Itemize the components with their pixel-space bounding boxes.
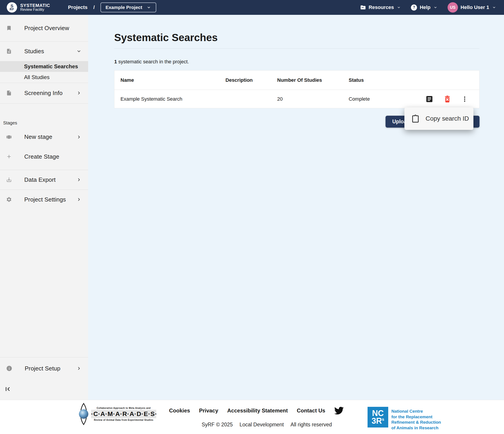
chevron-right-icon bbox=[76, 90, 82, 96]
sidebar-item-label: Create Stage bbox=[24, 153, 59, 160]
avatar: US bbox=[448, 2, 458, 13]
nc3rs-box-line1: NC bbox=[372, 409, 384, 417]
camarades-logo[interactable]: Collaborative Approach to Meta Analysis … bbox=[78, 403, 156, 425]
column-header-status: Status bbox=[349, 77, 400, 83]
syrf-logo-icon: S RF bbox=[7, 2, 17, 13]
chevron-down-icon bbox=[492, 5, 496, 10]
contact-us-link[interactable]: Contact Us bbox=[297, 408, 325, 414]
sidebar-item-create-stage[interactable]: Create Stage bbox=[0, 148, 88, 165]
column-header-name: Name bbox=[120, 77, 225, 83]
chevron-right-icon bbox=[76, 134, 82, 140]
chevron-right-icon bbox=[76, 365, 82, 371]
sidebar-item-label: Project Overview bbox=[24, 25, 69, 32]
top-navigation-bar: S RF SYSTEMATIC Review Facility Projects… bbox=[0, 0, 504, 15]
nc3rs-box-line2: 3Rs bbox=[372, 417, 384, 425]
delete-x-icon bbox=[443, 95, 451, 103]
user-menu[interactable]: US Hello User 1 bbox=[448, 2, 496, 13]
nc3rs-logo[interactable]: NC 3Rs National Centre for the Replaceme… bbox=[368, 407, 441, 431]
sidebar-item-studies[interactable]: Studies bbox=[0, 41, 88, 61]
resources-menu[interactable]: Resources bbox=[360, 4, 401, 10]
chevron-down-icon bbox=[396, 5, 401, 10]
help-icon: ? bbox=[411, 4, 417, 10]
breadcrumb-projects-link[interactable]: Projects bbox=[68, 4, 88, 10]
privacy-link[interactable]: Privacy bbox=[199, 408, 218, 414]
chevron-down-icon bbox=[146, 5, 151, 10]
table-header-row: Name Description Number Of Studies Statu… bbox=[114, 70, 479, 90]
footer: Collaborative Approach to Meta Analysis … bbox=[0, 400, 504, 434]
cell-status: Complete bbox=[349, 96, 400, 102]
copyright-environment: Local Development bbox=[239, 422, 284, 428]
view-search-details-button[interactable] bbox=[425, 95, 433, 103]
gear-icon bbox=[6, 197, 12, 202]
sidebar-item-label: Screening Info bbox=[24, 90, 63, 97]
logo-title: SYSTEMATIC bbox=[20, 3, 50, 8]
main-content: Systematic Searches 1 systematic search … bbox=[88, 15, 504, 400]
logo-monogram-bottom: RF bbox=[10, 8, 14, 11]
sidebar-item-label: Project Setup bbox=[25, 365, 61, 372]
copy-search-id-menu-item[interactable]: Copy search ID bbox=[425, 115, 469, 122]
info-icon bbox=[6, 365, 12, 372]
help-label: Help bbox=[420, 4, 431, 10]
camarades-bottom-line: Review of Animal Data from Experimental … bbox=[94, 419, 153, 421]
sidebar-item-systematic-searches[interactable]: Systematic Searches bbox=[0, 61, 88, 72]
top-right-nav: Resources ? Help US Hello User 1 bbox=[360, 2, 504, 13]
resources-label: Resources bbox=[369, 4, 394, 10]
nc3rs-logo-box: NC 3Rs bbox=[368, 407, 388, 427]
collapse-sidebar-icon bbox=[4, 385, 11, 393]
row-more-menu-button[interactable] bbox=[461, 96, 468, 103]
camarades-globe-icon bbox=[78, 403, 90, 425]
sidebar-item-project-setup[interactable]: Project Setup bbox=[0, 357, 88, 380]
chevron-right-icon bbox=[76, 197, 82, 202]
search-count: 1 bbox=[114, 59, 117, 64]
column-header-number-of-studies: Number Of Studies bbox=[277, 77, 349, 83]
copyright-rights: All rights reserved bbox=[290, 422, 332, 428]
sidebar-item-label: Data Export bbox=[24, 176, 56, 183]
sidebar-subitem-label: Systematic Searches bbox=[24, 63, 78, 70]
stages-section-label: Stages bbox=[3, 120, 17, 126]
chevron-right-icon bbox=[76, 177, 82, 183]
chevron-down-icon bbox=[76, 48, 82, 54]
twitter-icon bbox=[334, 406, 344, 415]
delete-search-button[interactable] bbox=[443, 95, 451, 103]
help-menu[interactable]: ? Help bbox=[411, 4, 438, 10]
accessibility-statement-link[interactable]: Accessibility Statement bbox=[227, 408, 288, 414]
sidebar-item-all-studies[interactable]: All Studies bbox=[0, 72, 88, 83]
app-root: S RF SYSTEMATIC Review Facility Projects… bbox=[0, 0, 504, 434]
table-row[interactable]: Example Systematic Search 20 Complete bbox=[114, 90, 479, 108]
sidebar: Project Overview Studies Systematic Sear… bbox=[0, 15, 88, 400]
bookmark-icon bbox=[6, 25, 12, 31]
camarades-name: ·C·A·M·A·R·A·D·E·S· bbox=[91, 410, 156, 418]
row-actions bbox=[400, 95, 479, 103]
row-context-menu: Copy search ID bbox=[405, 107, 473, 130]
sidebar-collapse-button[interactable] bbox=[4, 385, 12, 393]
twitter-link[interactable] bbox=[334, 406, 344, 415]
stage-carousel-icon bbox=[6, 134, 12, 140]
divider bbox=[0, 103, 88, 104]
copyright-syrf: SyRF © 2025 bbox=[202, 422, 233, 428]
search-count-text: systematic search in the project. bbox=[117, 59, 189, 64]
cookies-link[interactable]: Cookies bbox=[169, 408, 190, 414]
plus-icon bbox=[6, 154, 12, 159]
sidebar-item-label: Project Settings bbox=[24, 196, 66, 203]
camarades-logo-text: Collaborative Approach to Meta Analysis … bbox=[91, 407, 156, 421]
sidebar-item-project-overview[interactable]: Project Overview bbox=[0, 15, 88, 41]
searches-table: Name Description Number Of Studies Statu… bbox=[114, 70, 479, 108]
kebab-menu-icon bbox=[461, 96, 468, 103]
sidebar-item-label: Studies bbox=[24, 48, 44, 55]
nc3rs-logo-text: National Centre for the Replacement Refi… bbox=[391, 407, 441, 431]
page-title: Systematic Searches bbox=[114, 32, 479, 43]
sidebar-item-new-stage[interactable]: New stage bbox=[0, 126, 88, 148]
breadcrumb: Projects / Example Project bbox=[68, 2, 156, 12]
column-header-description: Description bbox=[225, 77, 277, 83]
user-greeting: Hello User 1 bbox=[461, 4, 489, 10]
sidebar-item-screening-info[interactable]: Screening Info bbox=[0, 83, 88, 103]
project-selector-button[interactable]: Example Project bbox=[100, 2, 156, 12]
sidebar-item-project-settings[interactable]: Project Settings bbox=[0, 190, 88, 209]
breadcrumb-separator: / bbox=[93, 4, 95, 10]
sidebar-item-label: New stage bbox=[24, 133, 52, 140]
document-icon bbox=[6, 48, 12, 54]
syrf-logo[interactable]: S RF SYSTEMATIC Review Facility bbox=[7, 2, 50, 13]
sidebar-item-data-export[interactable]: Data Export bbox=[0, 170, 88, 190]
logo-text: SYSTEMATIC Review Facility bbox=[20, 3, 50, 12]
sidebar-subitem-label: All Studies bbox=[24, 74, 49, 80]
